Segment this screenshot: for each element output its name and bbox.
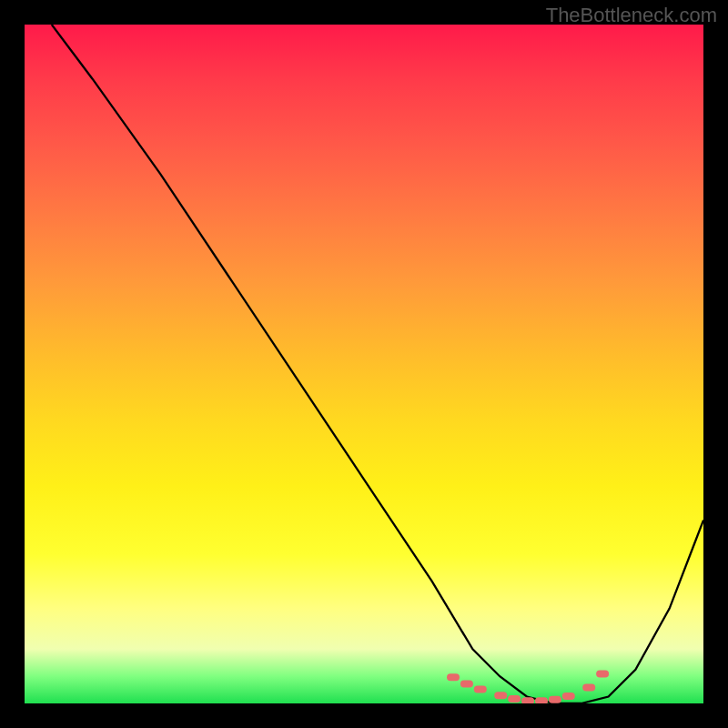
valley-marker-dot: [549, 696, 561, 703]
valley-marker-dot: [474, 686, 487, 693]
valley-markers: [447, 670, 609, 703]
valley-marker-dot: [535, 697, 548, 703]
valley-marker-dot: [447, 673, 460, 681]
valley-marker-dot: [582, 683, 595, 691]
valley-marker-dot: [494, 692, 507, 699]
chart-plot-area: [25, 25, 703, 703]
bottleneck-curve-path: [52, 25, 703, 703]
valley-marker-dot: [562, 693, 575, 700]
watermark-text: TheBottleneck.com: [546, 4, 717, 27]
valley-marker-dot: [460, 681, 473, 688]
valley-marker-dot: [521, 697, 534, 703]
bottleneck-curve-svg: [25, 25, 703, 703]
valley-marker-dot: [508, 695, 521, 703]
valley-marker-dot: [596, 670, 609, 677]
